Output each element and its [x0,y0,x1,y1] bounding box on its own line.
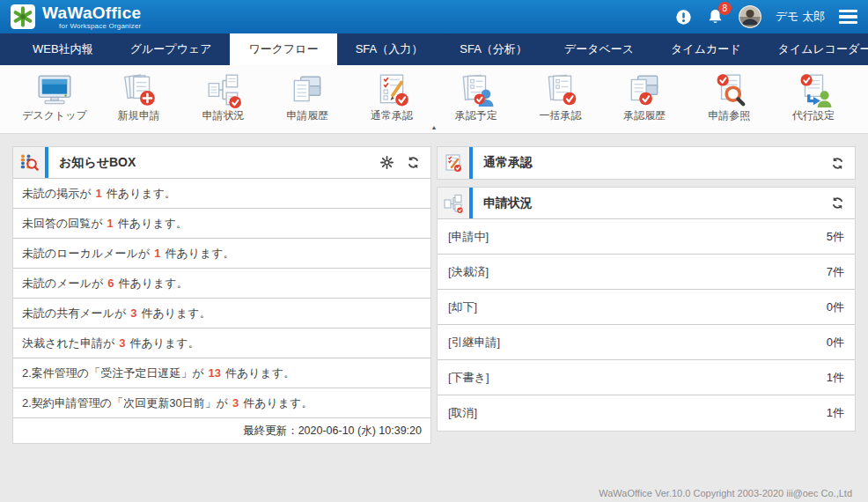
notice-text-post: 件あります。 [107,186,176,202]
notice-text-pre: 未読のローカルメールが [22,246,150,262]
status-count: 0件 [827,299,844,315]
notification-count-badge: 8 [718,2,732,15]
status-label: [申請中] [448,229,489,245]
refresh-icon[interactable] [831,157,844,170]
tool-label: 申請参照 [688,108,769,123]
notifications-button[interactable]: 8 [706,8,725,26]
tool-approval-history[interactable]: 承認履歴 [604,71,685,133]
delegate-settings-icon [773,71,854,108]
application-reference-icon [688,71,769,108]
tool-label: 一括承認 [520,108,601,123]
user-avatar[interactable] [739,5,761,28]
normal-approval-icon [438,147,469,179]
main-content: お知らせBOX 未読の掲示が1件あります。未回答の回覧が1件あります。未読のロー… [0,134,868,456]
left-column: お知らせBOX 未読の掲示が1件あります。未回答の回覧が1件あります。未読のロー… [12,146,431,444]
tool-approval-scheduled[interactable]: 承認予定 [436,71,517,133]
status-row[interactable]: [申請中]5件 [438,219,855,255]
tab-timecard[interactable]: タイムカード [652,33,760,65]
tool-application-status[interactable]: 申請状況 [183,71,264,133]
batch-approval-icon [520,71,601,108]
last-updated-text: 最終更新：2020-06-10 (水) 10:39:20 [13,418,430,443]
notice-text-post: 件あります。 [225,365,295,381]
tab-workflow[interactable]: ワークフロー [230,33,336,65]
tab-sfa-analysis[interactable]: SFA（分析） [441,33,546,65]
notice-count: 6 [107,277,114,290]
normal-approval-panel: 通常承認 [437,146,856,180]
status-list: [申請中]5件[決裁済]7件[却下]0件[引継申請]0件[下書き]1件[取消]1… [438,219,855,431]
refresh-icon[interactable] [407,156,420,169]
tool-label: 代行設定 [773,108,854,123]
notice-count: 13 [208,366,220,380]
status-row[interactable]: [決裁済]7件 [438,255,855,290]
info-icon[interactable] [675,9,692,26]
tab-time-recorder[interactable]: タイムレコーダー [760,33,868,65]
status-count: 1件 [827,370,844,386]
status-label: [引継申請] [448,335,500,351]
hamburger-menu-icon[interactable] [839,5,857,28]
toolbar: デスクトップ新規申請申請状況申請履歴通常承認承認予定一括承認承認履歴申請参照代行… [0,65,868,134]
notice-box-title: お知らせBOX [59,155,136,171]
pinwheel-logo-icon [11,4,35,29]
user-name: デモ 太郎 [776,9,825,25]
refresh-icon[interactable] [831,196,844,210]
status-row[interactable]: [却下]0件 [438,290,855,325]
tool-label: 新規申請 [99,108,180,123]
tab-sfa-input[interactable]: SFA（入力） [337,33,442,65]
toolbar-collapse-caret[interactable]: ▲ [431,123,438,132]
tool-desktop[interactable]: デスクトップ [14,71,95,133]
application-history-icon [267,71,348,108]
notice-box-icon [13,147,45,178]
right-column: 通常承認 申請状況 [申請中]5件[決裁済]7件[却下]0件[引継申請]0件[下… [437,146,856,432]
main-nav: WEB社内報グループウェアワークフローSFA（入力）SFA（分析）データベースタ… [0,33,868,65]
notice-count: 3 [130,306,136,320]
notice-count: 1 [107,217,114,230]
tab-database[interactable]: データベース [546,33,652,65]
tool-normal-approval[interactable]: 通常承認 [351,71,432,133]
tab-web-company-news[interactable]: WEB社内報 [14,33,112,65]
notice-item[interactable]: 決裁された申請が3件あります。 [13,329,430,358]
notice-text-pre: 2.案件管理の「受注予定日遅延」が [22,365,203,381]
status-count: 0件 [827,335,844,351]
notice-count: 3 [232,396,239,410]
tool-label: 承認履歴 [604,108,685,123]
notice-box-panel: お知らせBOX 未読の掲示が1件あります。未回答の回覧が1件あります。未読のロー… [12,146,431,444]
notice-item[interactable]: 2.契約申請管理の「次回更新30日前」が3件あります。 [13,388,430,418]
notice-text-pre: 未回答の回覧が [22,216,103,232]
normal-approval-title: 通常承認 [483,155,533,171]
notice-item[interactable]: 未読の掲示が1件あります。 [13,179,430,209]
tool-application-reference[interactable]: 申請参照 [688,71,769,133]
notice-item[interactable]: 未読のメールが6件あります。 [13,269,430,299]
status-row[interactable]: [取消]1件 [438,395,855,431]
tool-delegate-settings[interactable]: 代行設定 [773,71,854,133]
gear-icon[interactable] [380,156,394,169]
notice-count: 1 [154,247,160,260]
app-logo[interactable]: WaWaOffice for Workspace Organizer [11,4,141,30]
notice-item[interactable]: 未読の共有メールが3件あります。 [13,299,430,329]
status-row[interactable]: [引継申請]0件 [438,325,855,360]
desktop-monitor-icon [14,71,95,108]
application-status-icon [438,188,469,218]
status-count: 5件 [827,229,844,245]
tool-new-application[interactable]: 新規申請 [99,71,180,133]
notice-count: 1 [96,187,102,200]
notice-item[interactable]: 未回答の回覧が1件あります。 [13,209,430,239]
tool-label: 申請履歴 [267,108,348,123]
tool-batch-approval[interactable]: 一括承認 [520,71,601,133]
notice-text-pre: 2.契約申請管理の「次回更新30日前」が [22,395,228,411]
status-count: 7件 [827,264,844,280]
tool-application-history[interactable]: 申請履歴 [267,71,348,133]
tool-label: 申請状況 [183,108,264,123]
status-label: [取消] [448,405,477,421]
logo-subtitle: for Workspace Organizer [42,23,141,30]
notice-item[interactable]: 未読のローカルメールが1件あります。 [13,239,430,269]
status-row[interactable]: [下書き]1件 [438,360,855,395]
status-count: 1件 [827,405,844,421]
status-label: [却下] [448,299,477,315]
notice-text-post: 件あります。 [118,216,188,232]
notice-text-post: 件あります。 [243,395,313,411]
wawaoffice-app: WaWaOffice for Workspace Organizer 8 デモ … [0,0,868,502]
normal-approval-check-icon [351,71,432,108]
tab-groupware[interactable]: グループウェア [112,33,231,65]
notice-item[interactable]: 2.案件管理の「受注予定日遅延」が13件あります。 [13,358,430,388]
copyright-text: WaWaOffice Ver.10.0 Copyright 2003-2020 … [0,456,868,498]
